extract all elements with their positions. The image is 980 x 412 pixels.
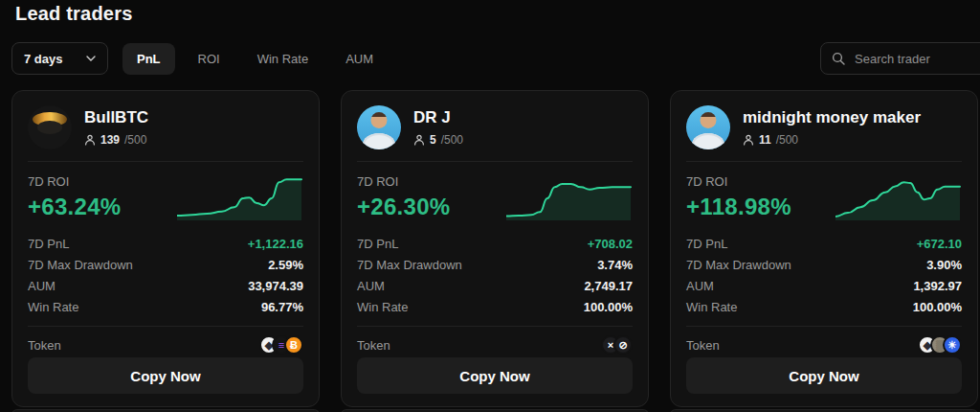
token-row: Token ◆▒☀ <box>686 326 962 355</box>
btc-icon: Ƀ <box>284 335 303 355</box>
trader-card: DR J 5/500 7D ROI +26.30% 7D PnL+708.02 … <box>341 90 649 407</box>
toolbar: 7 days PnL ROI Win Rate AUM <box>11 42 980 75</box>
period-dropdown[interactable]: 7 days <box>11 42 108 75</box>
copiers-max: /500 <box>441 133 463 147</box>
roi-value: +118.98% <box>686 194 791 220</box>
trader-cards: BullBTC 139/500 7D ROI +63.24% 7D PnL+1,… <box>11 90 978 407</box>
card-header: midnight money maker 11/500 <box>686 105 962 162</box>
roi-sparkline <box>177 176 303 220</box>
copy-now-button[interactable]: Copy Now <box>357 357 633 394</box>
avatar[interactable] <box>28 105 72 149</box>
copiers-max: /500 <box>776 133 798 147</box>
xlm-icon: ⊘ <box>613 335 633 355</box>
roi-value: +63.24% <box>28 194 122 220</box>
token-label: Token <box>686 338 720 353</box>
roi-sparkline <box>506 176 633 220</box>
period-value: 7 days <box>24 52 62 66</box>
search-input[interactable] <box>853 51 980 67</box>
stat-row-winrate: Win Rate100.00% <box>686 296 962 317</box>
chevron-down-icon <box>86 56 96 61</box>
stat-row-winrate: Win Rate96.77% <box>28 296 303 317</box>
copiers-max: /500 <box>124 133 146 147</box>
copiers-count: 5/500 <box>413 133 463 147</box>
stats-list: 7D PnL+672.10 7D Max Drawdown3.90% AUM1,… <box>686 233 962 317</box>
tab-pnl[interactable]: PnL <box>122 43 175 75</box>
roi-value: +26.30% <box>357 194 451 220</box>
stat-row-pnl: 7D PnL+708.02 <box>357 233 633 254</box>
copy-now-button[interactable]: Copy Now <box>686 357 962 394</box>
trader-name[interactable]: DR J <box>413 108 463 127</box>
stat-row-drawdown: 7D Max Drawdown3.74% <box>357 254 633 275</box>
stat-row-winrate: Win Rate100.00% <box>357 296 633 317</box>
tab-roi[interactable]: ROI <box>184 43 234 75</box>
stat-row-aum: AUM2,749.17 <box>357 275 633 296</box>
token-label: Token <box>357 338 390 353</box>
page-title: Lead traders <box>15 3 132 25</box>
trader-card: midnight money maker 11/500 7D ROI +118.… <box>670 90 978 407</box>
stat-row-drawdown: 7D Max Drawdown2.59% <box>28 254 303 275</box>
token-blue-icon: ☀ <box>943 335 962 355</box>
trader-name[interactable]: midnight money maker <box>743 108 921 127</box>
copiers-current: 11 <box>759 133 771 147</box>
roi-row: 7D ROI +26.30% <box>357 162 633 229</box>
roi-row: 7D ROI +63.24% <box>28 162 303 229</box>
roi-label: 7D ROI <box>686 174 791 189</box>
search-trader-box[interactable] <box>820 42 980 75</box>
copiers-current: 5 <box>430 133 436 147</box>
tab-win-rate[interactable]: Win Rate <box>243 43 323 75</box>
stat-row-pnl: 7D PnL+1,122.16 <box>28 233 303 254</box>
token-icons: ◆▒☀ <box>918 335 962 355</box>
stat-row-aum: AUM33,974.39 <box>28 275 303 296</box>
card-header: BullBTC 139/500 <box>28 105 303 162</box>
trader-card: BullBTC 139/500 7D ROI +63.24% 7D PnL+1,… <box>11 90 320 407</box>
token-icons: ◆≡Ƀ <box>259 335 303 355</box>
tab-aum[interactable]: AUM <box>331 43 388 75</box>
copiers-current: 139 <box>100 133 120 147</box>
roi-row: 7D ROI +118.98% <box>686 162 962 229</box>
token-row: Token ◆≡Ƀ <box>28 326 303 355</box>
roi-label: 7D ROI <box>357 174 451 189</box>
person-icon <box>743 134 754 146</box>
stat-row-pnl: 7D PnL+672.10 <box>686 233 962 254</box>
avatar[interactable] <box>357 105 401 149</box>
copiers-count: 139/500 <box>84 133 148 147</box>
search-icon <box>832 52 845 65</box>
avatar[interactable] <box>686 105 730 149</box>
stats-list: 7D PnL+708.02 7D Max Drawdown3.74% AUM2,… <box>357 233 633 317</box>
person-icon <box>84 134 96 146</box>
person-icon <box>413 134 425 146</box>
token-label: Token <box>28 338 61 353</box>
metric-tabs: PnL ROI Win Rate AUM <box>122 43 388 75</box>
card-header: DR J 5/500 <box>357 105 633 162</box>
trader-name[interactable]: BullBTC <box>84 108 148 127</box>
stats-list: 7D PnL+1,122.16 7D Max Drawdown2.59% AUM… <box>28 233 303 317</box>
stat-row-aum: AUM1,392.97 <box>686 275 962 296</box>
stat-row-drawdown: 7D Max Drawdown3.90% <box>686 254 962 275</box>
roi-label: 7D ROI <box>28 174 122 189</box>
copy-now-button[interactable]: Copy Now <box>28 357 303 394</box>
copiers-count: 11/500 <box>743 133 921 147</box>
roi-sparkline <box>835 176 962 220</box>
token-icons: ×⊘ <box>601 335 633 355</box>
token-row: Token ×⊘ <box>357 326 633 355</box>
